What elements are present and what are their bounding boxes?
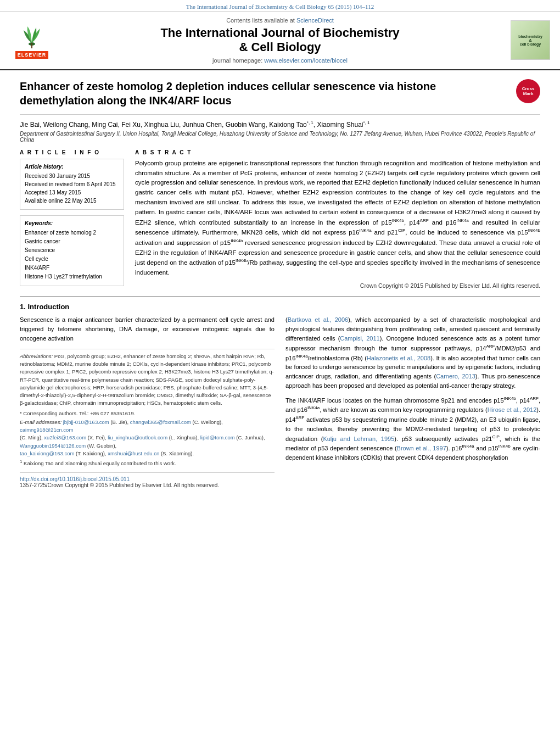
article-history-title: Article history:: [25, 164, 119, 170]
abstract-text: Polycomb group proteins are epigenetic t…: [135, 159, 540, 278]
issn-copyright: 1357-2725/Crown Copyright © 2015 Publish…: [20, 482, 275, 488]
homepage-url[interactable]: www.elsevier.com/locate/biocel: [264, 57, 348, 64]
email-xinghua[interactable]: liu_xinghua@outlook.com: [108, 434, 167, 440]
keyword-6: Histone H3 Lys27 trimethylation: [25, 272, 119, 281]
revised-date: Received in revised form 6 April 2015: [25, 180, 119, 188]
journal-logo-right: biochemistry&cell biology: [506, 20, 550, 60]
kulju-ref[interactable]: Kulju and Lehman, 1995: [323, 435, 394, 442]
elsevier-plant-icon: [15, 22, 48, 49]
sciencedirect-link[interactable]: ScienceDirect: [296, 17, 334, 24]
abstract-header: A B S T R A C T: [135, 149, 540, 155]
crossmark-icon: CrossMark: [516, 79, 540, 103]
keyword-4: Cell cycle: [25, 255, 119, 264]
keyword-1: Enhancer of zeste homolog 2: [25, 228, 119, 237]
keyword-2: Gastric cancer: [25, 237, 119, 246]
journal-header-center: Contents lists available at ScienceDirec…: [59, 17, 501, 64]
two-column-section: A R T I C L E I N F O Article history: R…: [20, 149, 540, 289]
available-date: Available online 22 May 2015: [25, 197, 119, 205]
footnotes-section: Abbreviations: PcG, polycomb group; EZH2…: [20, 349, 275, 468]
divider-1: [20, 297, 540, 297]
email-fei[interactable]: xu2fei3@163.com: [44, 434, 86, 440]
article-title-text: Enhancer of zeste homolog 2 depletion in…: [20, 79, 511, 108]
contents-line: Contents lists available at ScienceDirec…: [59, 17, 501, 24]
intro-right-text-2: The INK4/ARF locus locates on the human …: [285, 395, 540, 463]
accepted-date: Accepted 13 May 2015: [25, 188, 119, 197]
campisi-ref[interactable]: Campisi, 2011: [340, 335, 379, 342]
main-content: Enhancer of zeste homolog 2 depletion in…: [0, 70, 560, 497]
authors-text: Jie Bai, Weilong Chang, Ming Cai, Fei Xu…: [20, 121, 370, 129]
doi-link[interactable]: http://dx.doi.org/10.1016/j.biocel.2015.…: [20, 476, 130, 482]
journal-logo-box: biochemistry&cell biology: [511, 20, 550, 60]
left-column: A R T I C L E I N F O Article history: R…: [20, 149, 124, 289]
intro-right-text-1: (Bartkova et al., 2006), which accompani…: [285, 315, 540, 391]
email-xiaoming[interactable]: xmshuai@hust.edu.cn: [108, 450, 159, 456]
carnero-ref[interactable]: Carnero, 2013: [436, 373, 475, 380]
right-column: A B S T R A C T Polycomb group proteins …: [135, 149, 540, 289]
abbreviations-paragraph: Abbreviations: PcG, polycomb group; EZH2…: [20, 353, 275, 408]
keywords-box: Keywords: Enhancer of zeste homolog 2 Ga…: [20, 215, 124, 286]
intro-columns: Senescence is a major anticancer barrier…: [20, 315, 540, 488]
bartkova-ref[interactable]: Bartkova et al., 2006: [288, 316, 349, 323]
keyword-5: INK4/ARF: [25, 264, 119, 272]
corresponding-note: * Corresponding authors. Tel.: +86 027 8…: [20, 410, 275, 417]
hirose-ref[interactable]: Hirose et al., 2012: [488, 406, 537, 413]
affiliation: Department of Gastrointestinal Surgery I…: [20, 131, 540, 143]
top-bar-text: The International Journal of Biochemistr…: [186, 3, 374, 10]
email-guobin[interactable]: Wangguobin1954@126.com: [20, 443, 86, 449]
doi-section: http://dx.doi.org/10.1016/j.biocel.2015.…: [20, 472, 275, 482]
crossmark-badge[interactable]: CrossMark: [516, 79, 540, 103]
brown-ref[interactable]: Brown et al., 1997: [397, 445, 446, 451]
copyright-line: Crown Copyright © 2015 Published by Else…: [135, 282, 540, 289]
elsevier-label: ELSEVIER: [15, 51, 49, 59]
email-addresses: E-mail addresses: jbjbjj-010@163.com (B.…: [20, 419, 275, 458]
received-date: Received 30 January 2015: [25, 172, 119, 180]
article-title: Enhancer of zeste homolog 2 depletion in…: [20, 79, 511, 108]
email-ming[interactable]: caimng918@21cn.com: [20, 427, 73, 433]
halazonetis-ref[interactable]: Halazonetis et al., 2008: [367, 354, 430, 361]
intro-right: (Bartkova et al., 2006), which accompani…: [285, 315, 540, 488]
keyword-3: Senescence: [25, 246, 119, 255]
article-info-box: Article history: Received 30 January 201…: [20, 159, 124, 210]
article-info-header: A R T I C L E I N F O: [20, 149, 124, 155]
email-jie[interactable]: jbjbjj-010@163.com: [63, 419, 109, 425]
top-bar: The International Journal of Biochemistr…: [0, 0, 560, 12]
intro-left: Senescence is a major anticancer barrier…: [20, 315, 275, 488]
intro-left-text: Senescence is a major anticancer barrier…: [20, 315, 275, 343]
journal-title: The International Journal of Biochemistr…: [59, 26, 501, 55]
keywords-title: Keywords:: [25, 220, 119, 226]
section-1-title: 1. Introduction: [20, 303, 540, 311]
article-title-section: Enhancer of zeste homolog 2 depletion in…: [20, 79, 540, 115]
email-weilong[interactable]: changwl365@foxmail.com: [130, 419, 191, 425]
footnote-1: 1 Kaixiong Tao and Xiaoming Shuai equall…: [20, 459, 275, 467]
journal-header: ELSEVIER Contents lists available at Sci…: [0, 12, 560, 70]
authors-line: Jie Bai, Weilong Chang, Ming Cai, Fei Xu…: [20, 120, 540, 129]
email-kaixiong[interactable]: tao_kaixiong@163.com: [20, 450, 74, 456]
email-junhua[interactable]: lipid@tom.com: [200, 434, 235, 440]
journal-homepage: journal homepage: www.elsevier.com/locat…: [59, 57, 501, 64]
elsevier-logo-left: ELSEVIER: [10, 22, 54, 59]
